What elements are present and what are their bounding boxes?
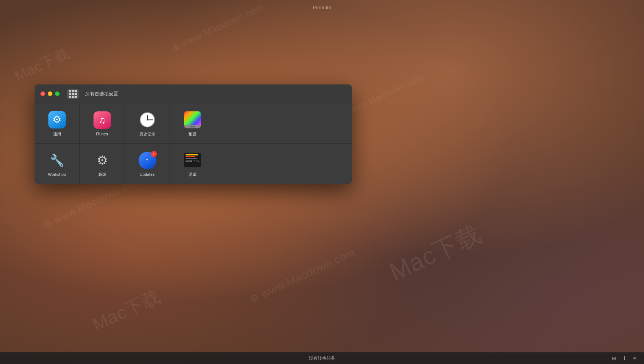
debug-line-2 (186, 156, 195, 157)
workshop-label: Workshop (48, 172, 66, 177)
updates-label: Updates (140, 172, 155, 177)
advanced-icon (93, 151, 112, 170)
presets-stand (190, 126, 195, 127)
advanced-icon-graphic (94, 151, 111, 169)
history-icon (138, 110, 157, 129)
preferences-row-1: 通用 iTunes 历史记录 (35, 103, 352, 144)
pref-debug[interactable]: WARNI 7:36 调试 (170, 144, 215, 184)
presets-screen (184, 111, 201, 125)
general-label: 通用 (53, 131, 61, 137)
pref-updates[interactable]: ! Updates (125, 144, 170, 184)
itunes-icon (93, 111, 112, 130)
itunes-label: iTunes (96, 132, 108, 136)
minimize-button[interactable] (48, 91, 52, 96)
clock-icon (140, 112, 155, 127)
preferences-row-2: Workshop 高级 ! Updates (35, 144, 352, 184)
preferences-content: 通用 iTunes 历史记录 (35, 103, 352, 184)
status-text: 没有转换任务 (309, 355, 335, 361)
debug-line-1 (186, 154, 198, 155)
workshop-icon-graphic (48, 152, 66, 169)
debug-icon: WARNI 7:36 (183, 151, 202, 170)
pref-general[interactable]: 通用 (35, 103, 80, 143)
pref-itunes[interactable]: iTunes (80, 103, 125, 143)
pref-presets[interactable]: 预设 (170, 103, 215, 143)
status-icon-3[interactable]: ≡ (631, 355, 638, 362)
debug-line-3 (186, 158, 197, 159)
presets-icon (183, 110, 202, 129)
status-icon-2[interactable]: ℹ (621, 355, 628, 362)
clock-minute-hand (147, 119, 153, 120)
status-icons: ⊞ ℹ ≡ (611, 355, 638, 362)
workshop-icon (48, 151, 67, 170)
window-title: 所有首选项设置 (85, 91, 118, 97)
presets-base (184, 125, 201, 128)
debug-label: 调试 (188, 172, 196, 177)
traffic-lights (40, 91, 60, 96)
clock-hour-hand (147, 115, 148, 120)
itunes-icon-graphic (94, 111, 111, 129)
grid-view-button[interactable] (67, 89, 79, 99)
window-titlebar: 所有首选项设置 (35, 84, 352, 103)
updates-icon-graphic: ! (139, 152, 156, 169)
grid-icon (69, 90, 77, 98)
general-icon-graphic (48, 111, 66, 128)
maximize-button[interactable] (55, 91, 60, 96)
status-bar: 没有转换任务 ⊞ ℹ ≡ (0, 352, 644, 364)
pref-history[interactable]: 历史记录 (125, 103, 170, 143)
app-title: Permute (313, 5, 331, 10)
general-icon (48, 110, 67, 129)
debug-text: WARNI 7:36 (186, 160, 199, 162)
updates-badge: ! (151, 151, 157, 157)
preferences-window: 所有首选项设置 通用 iTunes (35, 84, 352, 184)
advanced-label: 高级 (98, 172, 106, 177)
presets-label: 预设 (188, 131, 196, 137)
updates-icon: ! (138, 151, 157, 170)
debug-icon-graphic: WARNI 7:36 (184, 153, 201, 167)
presets-icon-graphic (184, 111, 201, 128)
pref-advanced[interactable]: 高级 (80, 144, 125, 184)
app-titlebar: Permute (0, 0, 644, 15)
status-icon-1[interactable]: ⊞ (611, 355, 618, 362)
close-button[interactable] (40, 91, 45, 96)
history-label: 历史记录 (139, 131, 155, 137)
pref-workshop[interactable]: Workshop (35, 144, 80, 184)
